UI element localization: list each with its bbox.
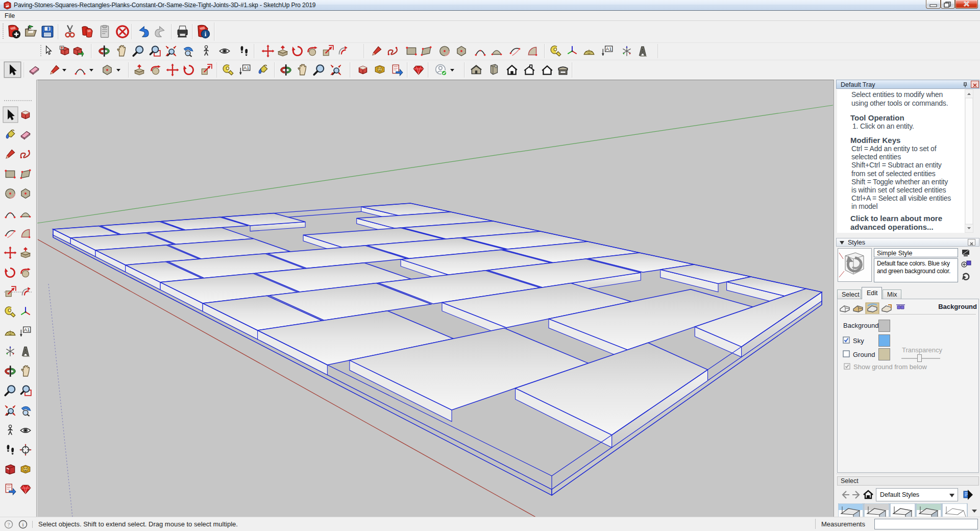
svg-text:?: ? (8, 521, 10, 527)
svg-text:i: i (22, 521, 23, 527)
